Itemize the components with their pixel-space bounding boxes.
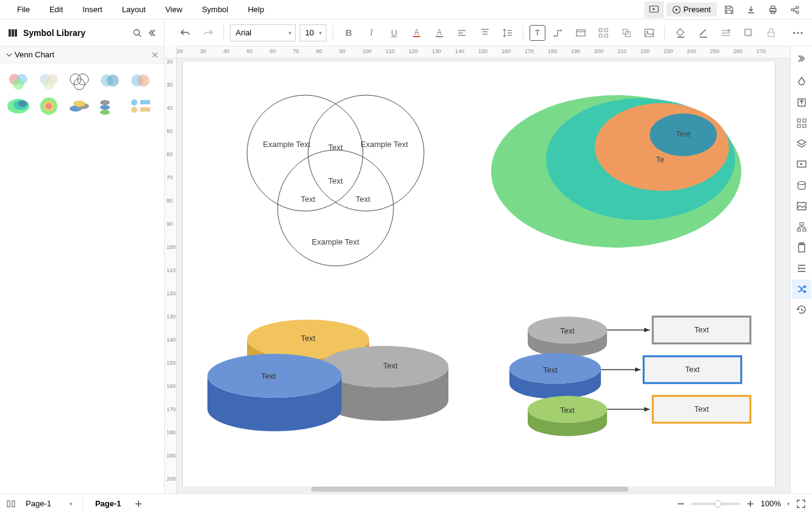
shape-stack-circle[interactable] bbox=[35, 95, 62, 117]
search-icon[interactable] bbox=[132, 28, 142, 38]
spacing-button[interactable] bbox=[498, 23, 517, 43]
picture-button[interactable] bbox=[792, 196, 811, 216]
distribute-button[interactable] bbox=[594, 23, 613, 43]
undo-button[interactable] bbox=[176, 23, 195, 43]
zoom-in-icon[interactable] bbox=[746, 500, 755, 508]
slideshow-settings-icon[interactable] bbox=[644, 1, 664, 18]
line-style-button[interactable] bbox=[717, 23, 736, 43]
shuffle-button[interactable] bbox=[792, 279, 811, 299]
zoom-slider[interactable] bbox=[691, 503, 740, 505]
hierarchy-button[interactable] bbox=[792, 217, 811, 237]
canvas-page[interactable]: Example Text Example Text Example Text T… bbox=[183, 62, 775, 489]
right-toolbar bbox=[790, 46, 812, 493]
data-button[interactable] bbox=[792, 176, 811, 195]
align-button[interactable] bbox=[453, 23, 472, 43]
valign-button[interactable] bbox=[475, 23, 494, 43]
share-icon[interactable] bbox=[785, 1, 805, 18]
shape-cylinders-list[interactable] bbox=[96, 95, 123, 117]
cyl-label-b[interactable]: Text bbox=[383, 361, 398, 370]
canvas-area[interactable]: 2030405060708090100110120130140150160170… bbox=[165, 46, 790, 493]
menu-view[interactable]: View bbox=[156, 1, 192, 18]
scrollbar-thumb[interactable] bbox=[311, 487, 628, 492]
save-icon[interactable] bbox=[719, 1, 739, 18]
cyl-list-label-3[interactable]: Text bbox=[560, 406, 575, 415]
present-button[interactable]: Present bbox=[666, 2, 717, 16]
venn-label-b[interactable]: Example Text bbox=[361, 140, 408, 149]
italic-button[interactable]: I bbox=[362, 23, 381, 43]
page-select[interactable]: Page-1▾ bbox=[22, 497, 76, 511]
fill-button[interactable] bbox=[671, 23, 690, 43]
lib-section-header[interactable]: Venn Chart bbox=[0, 46, 164, 63]
highlight-button[interactable]: A bbox=[430, 23, 449, 43]
horizontal-scrollbar[interactable] bbox=[177, 486, 784, 492]
box-label-3[interactable]: Text bbox=[694, 404, 709, 414]
venn-label-a[interactable]: Example Text bbox=[263, 140, 311, 149]
close-icon[interactable] bbox=[152, 52, 158, 58]
container-button[interactable] bbox=[572, 23, 591, 43]
bold-button[interactable]: B bbox=[339, 23, 358, 43]
cyl-list-label-1[interactable]: Text bbox=[560, 326, 575, 335]
shape-venn3-outline[interactable] bbox=[66, 70, 93, 91]
shape-cylinders[interactable] bbox=[66, 95, 93, 117]
zoom-out-icon[interactable] bbox=[677, 500, 685, 508]
shadow-button[interactable] bbox=[739, 23, 758, 43]
venn-label-bc[interactable]: Text bbox=[356, 195, 370, 204]
shape-venn3-color[interactable] bbox=[5, 70, 32, 91]
diagram-stacked-ellipse[interactable]: Text Te bbox=[488, 80, 744, 251]
expand-right-icon[interactable] bbox=[792, 50, 811, 67]
menu-help[interactable]: Help bbox=[238, 1, 274, 18]
diagram-cylinders[interactable]: Text Text Text bbox=[201, 306, 458, 446]
menu-symbol[interactable]: Symbol bbox=[192, 1, 238, 18]
menu-edit[interactable]: Edit bbox=[40, 1, 73, 18]
cyl-label-c[interactable]: Text bbox=[261, 371, 276, 381]
menu-layout[interactable]: Layout bbox=[112, 1, 156, 18]
shape-venn2[interactable] bbox=[96, 70, 123, 91]
redo-button[interactable] bbox=[198, 23, 217, 43]
more-button[interactable] bbox=[788, 23, 807, 43]
group-button[interactable] bbox=[617, 23, 636, 43]
shape-venn2-alt[interactable] bbox=[127, 70, 154, 91]
shape-stack-ellipse[interactable] bbox=[5, 95, 32, 117]
venn-label-c[interactable]: Example Text bbox=[312, 237, 359, 246]
box-label-1[interactable]: Text bbox=[694, 325, 709, 334]
connector-button[interactable] bbox=[549, 23, 568, 43]
stack-label-inner[interactable]: Text bbox=[676, 129, 691, 138]
menu-file[interactable]: File bbox=[7, 1, 40, 18]
export-button[interactable] bbox=[792, 93, 811, 112]
diagram-venn-3[interactable]: Example Text Example Text Example Text T… bbox=[232, 80, 439, 275]
font-color-button[interactable]: A bbox=[408, 23, 426, 43]
image-button[interactable] bbox=[639, 23, 658, 43]
present-panel-button[interactable] bbox=[792, 155, 811, 174]
text-tool-button[interactable]: T bbox=[530, 25, 545, 41]
stack-label-2[interactable]: Te bbox=[656, 155, 664, 164]
add-page-icon[interactable] bbox=[134, 499, 143, 509]
indent-button[interactable] bbox=[792, 259, 811, 278]
diagram-cylinder-list[interactable]: Text Text Text Text Text Text bbox=[506, 306, 763, 446]
line-color-button[interactable] bbox=[694, 23, 713, 43]
font-select[interactable]: Arial▾ bbox=[230, 24, 296, 41]
box-label-2[interactable]: Text bbox=[685, 365, 700, 374]
menu-insert[interactable]: Insert bbox=[73, 1, 112, 18]
print-icon[interactable] bbox=[763, 1, 783, 18]
download-icon[interactable] bbox=[741, 1, 761, 18]
page-tab-1[interactable]: Page-1 bbox=[89, 497, 128, 511]
clipboard-button[interactable] bbox=[792, 238, 811, 257]
layers-button[interactable] bbox=[792, 134, 811, 154]
zoom-thumb[interactable] bbox=[714, 500, 722, 508]
history-button[interactable] bbox=[792, 300, 811, 320]
theme-button[interactable] bbox=[792, 72, 811, 91]
venn-label-abc[interactable]: Text bbox=[328, 176, 343, 185]
fullscreen-icon[interactable] bbox=[796, 499, 806, 509]
venn-label-ac[interactable]: Text bbox=[301, 195, 315, 204]
cyl-label-a[interactable]: Text bbox=[301, 334, 315, 343]
apps-button[interactable] bbox=[792, 113, 811, 133]
lock-button[interactable] bbox=[762, 23, 781, 43]
pages-icon[interactable] bbox=[6, 499, 16, 509]
shape-list-boxes[interactable] bbox=[127, 95, 154, 117]
underline-button[interactable]: U bbox=[384, 23, 403, 43]
collapse-left-icon[interactable] bbox=[147, 28, 157, 38]
size-select[interactable]: 10▾ bbox=[300, 24, 326, 41]
shape-venn3-pastel[interactable] bbox=[35, 70, 62, 91]
venn-label-ab[interactable]: Text bbox=[328, 143, 343, 152]
cyl-list-label-2[interactable]: Text bbox=[543, 365, 558, 375]
